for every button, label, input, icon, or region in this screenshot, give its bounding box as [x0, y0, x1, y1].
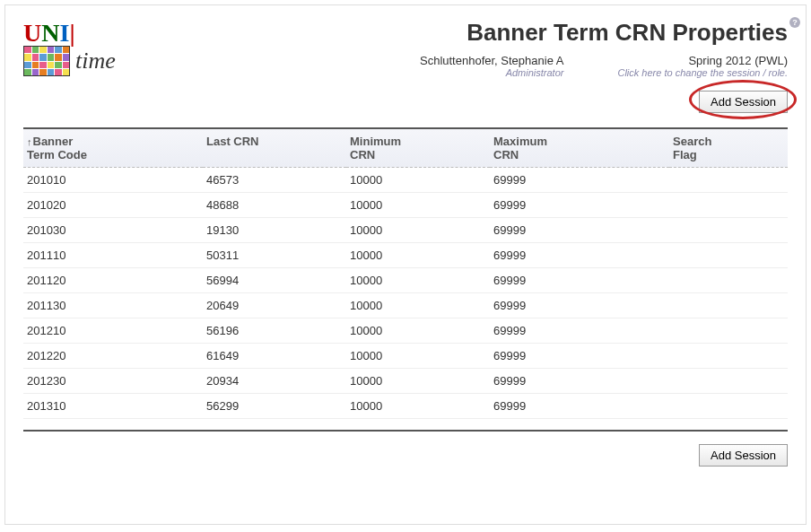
user-name: Schluttenhofer, Stephanie A — [420, 54, 563, 67]
cell-min: 10000 — [346, 243, 490, 268]
cell-max: 69999 — [490, 369, 669, 394]
cell-min: 10000 — [346, 344, 490, 369]
logo-letter-u: U — [23, 19, 41, 48]
cell-max: 69999 — [490, 318, 669, 344]
crn-properties-table: ↑BannerTerm Code Last CRN MinimumCRN Max… — [23, 129, 788, 419]
logo-grid-icon — [23, 46, 70, 76]
page-title: Banner Term CRN Properties ? — [467, 19, 788, 47]
cell-min: 10000 — [346, 293, 490, 318]
cell-last: 56994 — [203, 268, 346, 293]
logo-letter-n: N — [41, 19, 59, 48]
cell-last: 56299 — [203, 394, 346, 419]
cell-min: 10000 — [346, 268, 490, 293]
session-name: Spring 2012 (PWL) — [617, 54, 788, 67]
cell-flag — [669, 193, 788, 218]
cell-term: 201230 — [23, 369, 203, 394]
table-row[interactable]: 201010465731000069999 — [23, 168, 788, 193]
cell-min: 10000 — [346, 394, 490, 419]
cell-max: 69999 — [490, 243, 669, 268]
cell-term: 201010 — [23, 168, 203, 193]
add-session-button-bottom[interactable]: Add Session — [699, 444, 788, 467]
cell-flag — [669, 168, 788, 193]
table-row[interactable]: 201130206491000069999 — [23, 293, 788, 318]
cell-term: 201030 — [23, 218, 203, 243]
change-session-link[interactable]: Click here to change the session / role. — [617, 67, 788, 78]
cell-max: 69999 — [490, 193, 669, 218]
table-row[interactable]: 201030191301000069999 — [23, 218, 788, 243]
col-header-min-crn[interactable]: MinimumCRN — [346, 129, 490, 168]
logo-bar: | — [69, 19, 74, 48]
cell-flag — [669, 394, 788, 419]
cell-flag — [669, 243, 788, 268]
cell-term: 201130 — [23, 293, 203, 318]
bottom-divider — [23, 430, 788, 432]
cell-last: 46573 — [203, 168, 346, 193]
cell-flag — [669, 293, 788, 318]
cell-max: 69999 — [490, 218, 669, 243]
cell-term: 201220 — [23, 344, 203, 369]
col-header-term-code[interactable]: ↑BannerTerm Code — [23, 129, 203, 168]
cell-last: 48688 — [203, 193, 346, 218]
cell-max: 69999 — [490, 293, 669, 318]
cell-term: 201310 — [23, 394, 203, 419]
user-role-link[interactable]: Administrator — [420, 67, 563, 78]
cell-flag — [669, 268, 788, 293]
cell-max: 69999 — [490, 394, 669, 419]
cell-term: 201020 — [23, 193, 203, 218]
cell-min: 10000 — [346, 193, 490, 218]
cell-flag — [669, 344, 788, 369]
cell-term: 201120 — [23, 268, 203, 293]
cell-last: 50311 — [203, 243, 346, 268]
cell-flag — [669, 318, 788, 344]
table-row[interactable]: 201220616491000069999 — [23, 344, 788, 369]
app-logo: U N I | time — [23, 19, 116, 76]
help-icon[interactable]: ? — [789, 17, 800, 28]
cell-min: 10000 — [346, 218, 490, 243]
table-row[interactable]: 201310562991000069999 — [23, 394, 788, 419]
cell-min: 10000 — [346, 369, 490, 394]
col-header-search-flag[interactable]: SearchFlag — [669, 129, 788, 168]
table-row[interactable]: 201110503111000069999 — [23, 243, 788, 268]
cell-last: 19130 — [203, 218, 346, 243]
add-session-button-top[interactable]: Add Session — [699, 91, 788, 113]
cell-last: 61649 — [203, 344, 346, 369]
cell-flag — [669, 369, 788, 394]
col-header-max-crn[interactable]: MaximumCRN — [490, 129, 669, 168]
cell-last: 56196 — [203, 318, 346, 344]
sort-ascending-icon: ↑ — [27, 136, 32, 147]
table-row[interactable]: 201210561961000069999 — [23, 318, 788, 344]
cell-max: 69999 — [490, 344, 669, 369]
logo-letter-i: I — [59, 19, 69, 48]
cell-term: 201210 — [23, 318, 203, 344]
cell-flag — [669, 218, 788, 243]
table-row[interactable]: 201020486881000069999 — [23, 193, 788, 218]
cell-min: 10000 — [346, 168, 490, 193]
cell-max: 69999 — [490, 168, 669, 193]
cell-max: 69999 — [490, 268, 669, 293]
col-header-last-crn[interactable]: Last CRN — [203, 129, 346, 168]
cell-last: 20934 — [203, 369, 346, 394]
logo-time-text: time — [75, 48, 116, 74]
table-row[interactable]: 201120569941000069999 — [23, 268, 788, 293]
cell-min: 10000 — [346, 318, 490, 344]
cell-term: 201110 — [23, 243, 203, 268]
cell-last: 20649 — [203, 293, 346, 318]
table-row[interactable]: 201230209341000069999 — [23, 369, 788, 394]
